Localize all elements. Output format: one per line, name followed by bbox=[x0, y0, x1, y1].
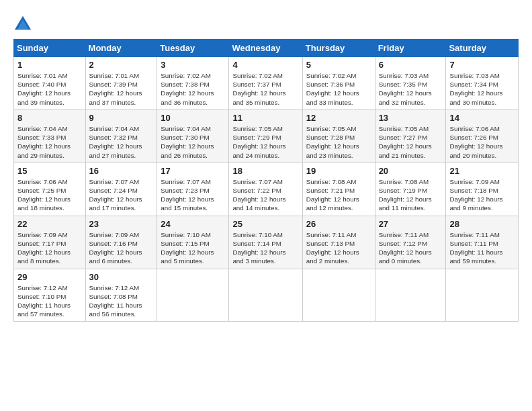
day-number: 2 bbox=[89, 60, 154, 70]
day-info: Sunrise: 7:10 AM Sunset: 7:14 PM Dayligh… bbox=[232, 230, 298, 266]
calendar-cell: 6Sunrise: 7:03 AM Sunset: 7:35 PM Daylig… bbox=[375, 57, 446, 110]
header bbox=[13, 11, 519, 32]
calendar-cell: 21Sunrise: 7:09 AM Sunset: 7:18 PM Dayli… bbox=[446, 163, 519, 216]
day-number: 18 bbox=[232, 166, 298, 176]
calendar-cell bbox=[375, 269, 446, 322]
day-header-monday: Monday bbox=[85, 40, 157, 57]
calendar-cell: 17Sunrise: 7:07 AM Sunset: 7:23 PM Dayli… bbox=[157, 163, 229, 216]
calendar-cell: 1Sunrise: 7:01 AM Sunset: 7:40 PM Daylig… bbox=[14, 57, 86, 110]
calendar-cell: 26Sunrise: 7:11 AM Sunset: 7:13 PM Dayli… bbox=[302, 216, 375, 269]
day-number: 6 bbox=[379, 60, 443, 70]
day-header-thursday: Thursday bbox=[302, 40, 375, 57]
day-number: 20 bbox=[379, 166, 443, 176]
day-number: 23 bbox=[89, 219, 154, 229]
day-info: Sunrise: 7:05 AM Sunset: 7:27 PM Dayligh… bbox=[379, 124, 443, 160]
calendar-week-row: 15Sunrise: 7:06 AM Sunset: 7:25 PM Dayli… bbox=[14, 163, 519, 216]
day-info: Sunrise: 7:02 AM Sunset: 7:36 PM Dayligh… bbox=[306, 71, 371, 107]
day-info: Sunrise: 7:04 AM Sunset: 7:32 PM Dayligh… bbox=[89, 124, 154, 160]
calendar-cell: 9Sunrise: 7:04 AM Sunset: 7:32 PM Daylig… bbox=[85, 109, 157, 163]
calendar-cell: 15Sunrise: 7:06 AM Sunset: 7:25 PM Dayli… bbox=[14, 163, 86, 216]
day-info: Sunrise: 7:09 AM Sunset: 7:17 PM Dayligh… bbox=[17, 230, 82, 266]
day-info: Sunrise: 7:04 AM Sunset: 7:33 PM Dayligh… bbox=[17, 124, 82, 160]
day-info: Sunrise: 7:01 AM Sunset: 7:39 PM Dayligh… bbox=[89, 71, 154, 107]
calendar-cell: 23Sunrise: 7:09 AM Sunset: 7:16 PM Dayli… bbox=[85, 216, 157, 269]
calendar-header-row: SundayMondayTuesdayWednesdayThursdayFrid… bbox=[14, 40, 519, 57]
day-number: 29 bbox=[17, 272, 82, 282]
day-info: Sunrise: 7:07 AM Sunset: 7:24 PM Dayligh… bbox=[89, 177, 154, 213]
calendar-cell bbox=[229, 269, 302, 322]
day-number: 19 bbox=[306, 166, 371, 176]
day-info: Sunrise: 7:09 AM Sunset: 7:16 PM Dayligh… bbox=[89, 230, 154, 266]
day-info: Sunrise: 7:05 AM Sunset: 7:28 PM Dayligh… bbox=[306, 124, 371, 160]
calendar-cell: 20Sunrise: 7:08 AM Sunset: 7:19 PM Dayli… bbox=[375, 163, 446, 216]
day-number: 14 bbox=[449, 113, 515, 123]
day-info: Sunrise: 7:12 AM Sunset: 7:10 PM Dayligh… bbox=[17, 283, 82, 319]
day-number: 10 bbox=[161, 113, 225, 123]
day-header-saturday: Saturday bbox=[446, 40, 519, 57]
day-number: 3 bbox=[161, 60, 225, 70]
day-info: Sunrise: 7:09 AM Sunset: 7:18 PM Dayligh… bbox=[449, 177, 515, 213]
day-info: Sunrise: 7:11 AM Sunset: 7:11 PM Dayligh… bbox=[449, 230, 515, 266]
day-header-wednesday: Wednesday bbox=[229, 40, 302, 57]
calendar-cell: 2Sunrise: 7:01 AM Sunset: 7:39 PM Daylig… bbox=[85, 57, 157, 110]
calendar-cell: 11Sunrise: 7:05 AM Sunset: 7:29 PM Dayli… bbox=[229, 109, 302, 163]
day-info: Sunrise: 7:01 AM Sunset: 7:40 PM Dayligh… bbox=[17, 71, 82, 107]
day-info: Sunrise: 7:02 AM Sunset: 7:38 PM Dayligh… bbox=[161, 71, 225, 107]
day-info: Sunrise: 7:06 AM Sunset: 7:25 PM Dayligh… bbox=[17, 177, 82, 213]
day-header-tuesday: Tuesday bbox=[157, 40, 229, 57]
day-number: 4 bbox=[232, 60, 298, 70]
calendar-cell: 27Sunrise: 7:11 AM Sunset: 7:12 PM Dayli… bbox=[375, 216, 446, 269]
day-info: Sunrise: 7:05 AM Sunset: 7:29 PM Dayligh… bbox=[232, 124, 298, 160]
day-number: 17 bbox=[161, 166, 225, 176]
calendar-week-row: 22Sunrise: 7:09 AM Sunset: 7:17 PM Dayli… bbox=[14, 216, 519, 269]
calendar-cell: 3Sunrise: 7:02 AM Sunset: 7:38 PM Daylig… bbox=[157, 57, 229, 110]
calendar-week-row: 29Sunrise: 7:12 AM Sunset: 7:10 PM Dayli… bbox=[14, 269, 519, 322]
calendar-cell: 10Sunrise: 7:04 AM Sunset: 7:30 PM Dayli… bbox=[157, 109, 229, 163]
day-info: Sunrise: 7:11 AM Sunset: 7:12 PM Dayligh… bbox=[379, 230, 443, 266]
day-info: Sunrise: 7:10 AM Sunset: 7:15 PM Dayligh… bbox=[161, 230, 225, 266]
calendar-cell: 7Sunrise: 7:03 AM Sunset: 7:34 PM Daylig… bbox=[446, 57, 519, 110]
day-info: Sunrise: 7:04 AM Sunset: 7:30 PM Dayligh… bbox=[161, 124, 225, 160]
calendar-cell: 28Sunrise: 7:11 AM Sunset: 7:11 PM Dayli… bbox=[446, 216, 519, 269]
calendar-cell: 12Sunrise: 7:05 AM Sunset: 7:28 PM Dayli… bbox=[302, 109, 375, 163]
day-number: 7 bbox=[449, 60, 515, 70]
day-number: 11 bbox=[232, 113, 298, 123]
day-header-sunday: Sunday bbox=[14, 40, 86, 57]
calendar-week-row: 8Sunrise: 7:04 AM Sunset: 7:33 PM Daylig… bbox=[14, 109, 519, 163]
calendar-cell: 29Sunrise: 7:12 AM Sunset: 7:10 PM Dayli… bbox=[14, 269, 86, 322]
calendar-cell: 13Sunrise: 7:05 AM Sunset: 7:27 PM Dayli… bbox=[375, 109, 446, 163]
logo-icon bbox=[13, 13, 32, 32]
calendar-week-row: 1Sunrise: 7:01 AM Sunset: 7:40 PM Daylig… bbox=[14, 57, 519, 110]
day-info: Sunrise: 7:07 AM Sunset: 7:23 PM Dayligh… bbox=[161, 177, 225, 213]
day-number: 30 bbox=[89, 272, 154, 282]
day-info: Sunrise: 7:08 AM Sunset: 7:21 PM Dayligh… bbox=[306, 177, 371, 213]
day-number: 8 bbox=[17, 113, 82, 123]
day-info: Sunrise: 7:02 AM Sunset: 7:37 PM Dayligh… bbox=[232, 71, 298, 107]
day-info: Sunrise: 7:03 AM Sunset: 7:34 PM Dayligh… bbox=[449, 71, 515, 107]
calendar-cell bbox=[302, 269, 375, 322]
day-number: 5 bbox=[306, 60, 371, 70]
calendar-cell: 22Sunrise: 7:09 AM Sunset: 7:17 PM Dayli… bbox=[14, 216, 86, 269]
day-number: 1 bbox=[17, 60, 82, 70]
day-number: 22 bbox=[17, 219, 82, 229]
day-header-friday: Friday bbox=[375, 40, 446, 57]
calendar-cell: 30Sunrise: 7:12 AM Sunset: 7:08 PM Dayli… bbox=[85, 269, 157, 322]
calendar-cell: 18Sunrise: 7:07 AM Sunset: 7:22 PM Dayli… bbox=[229, 163, 302, 216]
day-number: 12 bbox=[306, 113, 371, 123]
day-number: 27 bbox=[379, 219, 443, 229]
calendar-cell: 14Sunrise: 7:06 AM Sunset: 7:26 PM Dayli… bbox=[446, 109, 519, 163]
day-number: 25 bbox=[232, 219, 298, 229]
calendar-cell: 4Sunrise: 7:02 AM Sunset: 7:37 PM Daylig… bbox=[229, 57, 302, 110]
day-number: 28 bbox=[449, 219, 515, 229]
page-container: SundayMondayTuesdayWednesdayThursdayFrid… bbox=[0, 0, 532, 328]
day-info: Sunrise: 7:07 AM Sunset: 7:22 PM Dayligh… bbox=[232, 177, 298, 213]
day-number: 15 bbox=[17, 166, 82, 176]
calendar-cell bbox=[446, 269, 519, 322]
day-number: 9 bbox=[89, 113, 154, 123]
calendar-cell bbox=[157, 269, 229, 322]
day-number: 24 bbox=[161, 219, 225, 229]
day-info: Sunrise: 7:06 AM Sunset: 7:26 PM Dayligh… bbox=[449, 124, 515, 160]
calendar-cell: 5Sunrise: 7:02 AM Sunset: 7:36 PM Daylig… bbox=[302, 57, 375, 110]
calendar-cell: 19Sunrise: 7:08 AM Sunset: 7:21 PM Dayli… bbox=[302, 163, 375, 216]
day-number: 26 bbox=[306, 219, 371, 229]
